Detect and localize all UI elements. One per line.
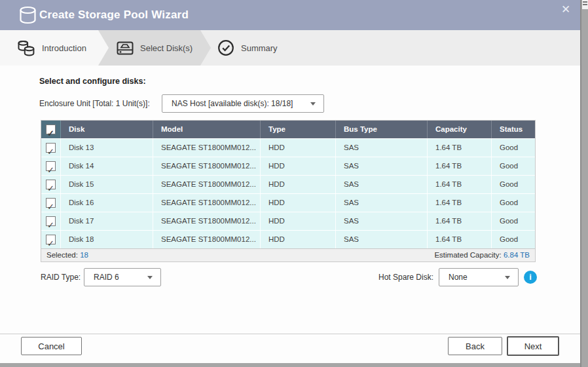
column-header-type[interactable]: Type	[261, 121, 336, 138]
capacity-value: 6.84 TB	[504, 251, 530, 259]
cell-status: Good	[492, 157, 536, 175]
chevron-down-icon	[505, 276, 510, 279]
column-header-status[interactable]: Status	[492, 121, 536, 138]
selected-value: 18	[80, 251, 88, 259]
select-all-checkbox[interactable]	[46, 125, 56, 134]
step-label-summary: Summary	[241, 43, 278, 53]
cell-type: HDD	[261, 176, 336, 193]
cell-capacity: 1.64 TB	[428, 231, 492, 248]
cell-capacity: 1.64 TB	[428, 157, 492, 175]
estimated-capacity: Estimated Capacity: 6.84 TB	[434, 249, 530, 261]
cell-disk: Disk 17	[61, 212, 153, 230]
table-row[interactable]: Disk 17SEAGATE ST1800MM012...HDDSAS1.64 …	[41, 212, 535, 230]
step-introduction[interactable]: Introduction	[17, 30, 86, 66]
cell-bus-type: SAS	[336, 139, 428, 157]
disk-table-body: Disk 13SEAGATE ST1800MM012...HDDSAS1.64 …	[41, 138, 535, 248]
cell-type: HDD	[261, 231, 336, 248]
step-label-introduction: Introduction	[42, 43, 86, 53]
capacity-label: Estimated Capacity:	[434, 251, 501, 259]
close-icon[interactable]: ✕	[558, 2, 574, 18]
header-checkbox-cell	[41, 121, 61, 138]
check-circle-icon	[217, 39, 234, 56]
row-checkbox-cell	[41, 157, 61, 175]
footer-divider	[0, 334, 580, 334]
cell-disk: Disk 16	[61, 194, 153, 212]
row-checkbox[interactable]	[46, 235, 56, 244]
background-window-edge	[582, 0, 588, 9]
row-checkbox[interactable]	[46, 180, 56, 189]
cell-bus-type: SAS	[336, 157, 428, 175]
hot-spare-dropdown[interactable]: None	[439, 268, 519, 286]
cell-status: Good	[492, 139, 536, 157]
row-checkbox[interactable]	[46, 161, 56, 171]
cell-capacity: 1.64 TB	[428, 139, 492, 157]
create-storage-pool-wizard-dialog: Create Storage Pool Wizard ✕ Introductio…	[0, 0, 580, 363]
enclosure-unit-dropdown[interactable]: NAS Host [available disk(s): 18/18]	[162, 94, 324, 113]
cell-model: SEAGATE ST1800MM012...	[153, 194, 261, 212]
disk-table-footer: Selected: 18 Estimated Capacity: 6.84 TB	[41, 248, 535, 261]
cancel-button[interactable]: Cancel	[21, 337, 82, 355]
table-row[interactable]: Disk 15SEAGATE ST1800MM012...HDDSAS1.64 …	[41, 175, 535, 193]
disk-drive-icon	[117, 40, 134, 56]
row-checkbox-cell	[41, 176, 61, 193]
step-label-select-disks: Select Disk(s)	[140, 43, 193, 53]
disk-table-header: Disk Model Type Bus Type Capacity Status	[41, 121, 535, 138]
enclosure-unit-value: NAS Host [available disk(s): 18/18]	[172, 99, 293, 108]
row-checkbox[interactable]	[46, 198, 56, 208]
cell-capacity: 1.64 TB	[428, 194, 492, 212]
cell-status: Good	[492, 176, 536, 193]
row-checkbox[interactable]	[46, 216, 56, 226]
storage-pool-icon	[19, 6, 37, 25]
back-button[interactable]: Back	[448, 337, 502, 355]
selected-label: Selected:	[46, 251, 78, 259]
column-header-capacity[interactable]: Capacity	[428, 121, 492, 138]
dialog-titlebar: Create Storage Pool Wizard ✕	[0, 0, 580, 30]
cell-type: HDD	[261, 157, 336, 175]
cell-type: HDD	[261, 212, 336, 230]
cell-status: Good	[492, 212, 536, 230]
cell-type: HDD	[261, 194, 336, 212]
hot-spare-disk-label: Hot Spare Disk:	[378, 273, 433, 282]
table-row[interactable]: Disk 16SEAGATE ST1800MM012...HDDSAS1.64 …	[41, 193, 535, 212]
raid-type-dropdown[interactable]: RAID 6	[84, 268, 161, 286]
hot-spare-value: None	[449, 273, 468, 282]
wizard-steps-bar: Introduction Select Disk(s)	[0, 30, 580, 66]
step-select-disks[interactable]: Select Disk(s)	[117, 30, 193, 66]
cell-model: SEAGATE ST1800MM012...	[153, 139, 261, 157]
info-icon[interactable]	[524, 271, 537, 284]
table-row[interactable]: Disk 13SEAGATE ST1800MM012...HDDSAS1.64 …	[41, 138, 535, 157]
column-header-disk[interactable]: Disk	[61, 121, 153, 138]
selected-count: Selected: 18	[46, 249, 88, 261]
row-checkbox[interactable]	[46, 143, 56, 153]
cell-model: SEAGATE ST1800MM012...	[153, 212, 261, 230]
cell-status: Good	[492, 194, 536, 212]
table-row[interactable]: Disk 14SEAGATE ST1800MM012...HDDSAS1.64 …	[41, 157, 535, 175]
row-checkbox-cell	[41, 212, 61, 230]
cell-disk: Disk 18	[61, 231, 153, 248]
cell-bus-type: SAS	[336, 231, 428, 248]
cell-model: SEAGATE ST1800MM012...	[153, 176, 261, 193]
chevron-down-icon	[147, 276, 153, 279]
dialog-edge-shadow	[580, 0, 581, 367]
storage-pools-icon	[17, 39, 35, 57]
enclosure-unit-label: Enclosure Unit [Total: 1 Unit(s)]:	[39, 99, 150, 108]
cell-type: HDD	[261, 139, 336, 157]
cell-status: Good	[492, 231, 536, 248]
cell-disk: Disk 14	[61, 157, 153, 175]
column-header-model[interactable]: Model	[153, 121, 261, 138]
step-summary[interactable]: Summary	[217, 30, 278, 66]
column-header-bus-type[interactable]: Bus Type	[336, 121, 428, 138]
cell-bus-type: SAS	[336, 194, 428, 212]
cell-bus-type: SAS	[336, 212, 428, 230]
disk-table: Disk Model Type Bus Type Capacity Status…	[41, 120, 536, 262]
row-checkbox-cell	[41, 139, 61, 157]
table-row[interactable]: Disk 18SEAGATE ST1800MM012...HDDSAS1.64 …	[41, 230, 535, 248]
row-checkbox-cell	[41, 231, 61, 248]
cell-disk: Disk 13	[61, 139, 153, 157]
screen: Create Storage Pool Wizard ✕ Introductio…	[0, 0, 588, 367]
cell-model: SEAGATE ST1800MM012...	[153, 157, 261, 175]
cell-capacity: 1.64 TB	[428, 212, 492, 230]
chevron-down-icon	[310, 102, 316, 106]
next-button[interactable]: Next	[507, 336, 559, 356]
cell-bus-type: SAS	[336, 176, 428, 193]
